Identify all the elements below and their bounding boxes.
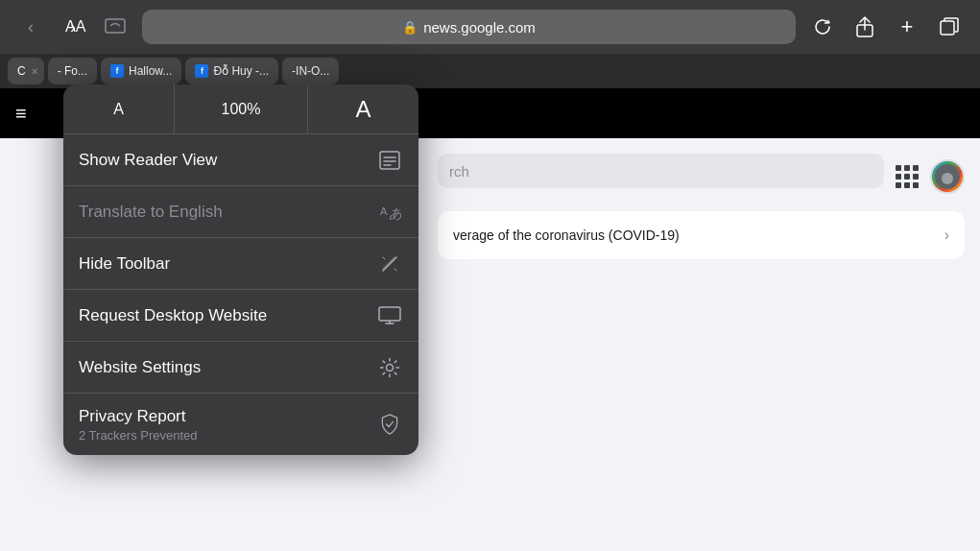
reader-view-label: Show Reader View [79,151,217,170]
svg-text:A: A [380,205,388,217]
svg-rect-3 [380,152,399,169]
request-desktop-label: Request Desktop Website [79,306,267,325]
svg-rect-9 [379,307,400,321]
svg-point-12 [387,364,394,371]
svg-text:あ: あ [389,205,401,221]
dropdown-menu: A 100% A Show Reader View [63,84,418,455]
translate-icon: A あ [376,199,403,226]
menu-item-request-desktop[interactable]: Request Desktop Website [63,290,418,342]
dropdown-overlay: A 100% A Show Reader View [0,0,980,551]
translate-label: Translate to English [79,203,223,222]
privacy-report-label: Privacy Report [79,407,198,426]
menu-item-privacy-report[interactable]: Privacy Report 2 Trackers Prevented [63,394,418,455]
menu-item-translate[interactable]: Translate to English A あ [63,186,418,238]
hide-toolbar-label: Hide Toolbar [79,254,170,274]
font-percent-display: 100% [174,84,308,133]
hide-toolbar-icon [376,251,403,277]
privacy-report-sub: 2 Trackers Prevented [79,428,198,443]
font-decrease-button[interactable]: A [63,84,174,133]
menu-item-hide-toolbar[interactable]: Hide Toolbar [63,238,418,290]
menu-item-show-reader-view[interactable]: Show Reader View [63,134,418,186]
reader-view-icon [376,147,403,174]
gear-icon [376,354,403,381]
website-settings-label: Website Settings [79,358,201,377]
shield-icon [376,411,403,438]
request-desktop-icon [376,302,403,329]
font-size-row: A 100% A [63,84,418,134]
font-increase-button[interactable]: A [308,84,418,133]
menu-item-website-settings[interactable]: Website Settings [63,342,418,394]
